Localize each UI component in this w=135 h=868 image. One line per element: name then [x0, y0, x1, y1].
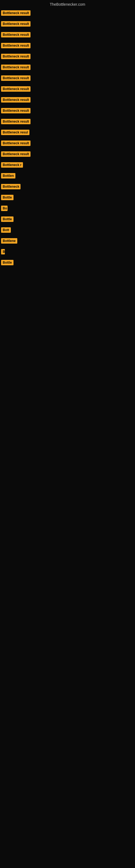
list-item: Bottleneck result [0, 19, 135, 29]
bottleneck-result-badge[interactable]: Bottleneck result [1, 75, 31, 81]
bottleneck-result-badge[interactable]: Bottleneck result [1, 21, 31, 27]
list-item: Bottleneck result [0, 73, 135, 84]
bottleneck-result-badge[interactable]: Bottleneck result [1, 141, 31, 146]
bottleneck-result-badge[interactable]: Bottle [1, 216, 13, 222]
bottleneck-result-badge[interactable]: Bottlen [1, 173, 15, 179]
list-item: Bottleneck result [0, 62, 135, 73]
bottleneck-result-badge[interactable]: Bottleneck result [1, 151, 31, 157]
bottleneck-result-badge[interactable]: Bottleneck result [1, 10, 31, 16]
list-item: Bottlene [0, 236, 135, 246]
bottleneck-result-badge[interactable]: Bottle [1, 260, 13, 265]
list-item: Bottleneck [0, 181, 135, 192]
bottleneck-result-badge[interactable]: Bottle [1, 195, 13, 200]
bottleneck-result-badge[interactable]: Bottlene [1, 238, 17, 244]
bottleneck-result-badge[interactable]: Bottleneck result [1, 108, 31, 113]
list-item: Bottleneck result [0, 84, 135, 94]
list-item: Bott [0, 225, 135, 236]
bottleneck-result-badge[interactable]: B [1, 249, 5, 254]
list-item: Bottleneck result [0, 138, 135, 149]
badges-container: Bottleneck resultBottleneck resultBottle… [0, 8, 135, 268]
site-header: TheBottlenecker.com [0, 0, 135, 8]
list-item: Bottle [0, 192, 135, 203]
bottleneck-result-badge[interactable]: Bo [1, 206, 8, 211]
list-item: B [0, 246, 135, 257]
list-item: Bottleneck result [0, 105, 135, 116]
list-item: Bottleneck result [0, 51, 135, 62]
bottleneck-result-badge[interactable]: Bottleneck result [1, 97, 31, 102]
bottleneck-result-badge[interactable]: Bottleneck result [1, 43, 31, 48]
bottleneck-result-badge[interactable]: Bottleneck result [1, 32, 31, 37]
list-item: Bottle [0, 257, 135, 268]
bottleneck-result-badge[interactable]: Bottleneck result [1, 86, 31, 92]
site-title: TheBottlenecker.com [0, 0, 135, 8]
list-item: Bottleneck result [0, 8, 135, 19]
list-item: Bottleneck resul [0, 127, 135, 138]
bottleneck-result-badge[interactable]: Bottleneck result [1, 65, 31, 70]
list-item: Bottleneck result [0, 94, 135, 105]
list-item: Bo [0, 203, 135, 214]
bottleneck-result-badge[interactable]: Bottleneck [1, 184, 20, 189]
bottleneck-result-badge[interactable]: Bottleneck result [1, 119, 31, 124]
bottleneck-result-badge[interactable]: Bottleneck resul [1, 130, 30, 135]
bottleneck-result-badge[interactable]: Bott [1, 227, 11, 233]
list-item: Bottleneck r [0, 159, 135, 170]
list-item: Bottleneck result [0, 40, 135, 51]
list-item: Bottlen [0, 170, 135, 181]
list-item: Bottleneck result [0, 149, 135, 159]
list-item: Bottleneck result [0, 116, 135, 127]
bottleneck-result-badge[interactable]: Bottleneck r [1, 162, 23, 167]
list-item: Bottle [0, 214, 135, 225]
list-item: Bottleneck result [0, 29, 135, 40]
bottleneck-result-badge[interactable]: Bottleneck result [1, 54, 31, 59]
